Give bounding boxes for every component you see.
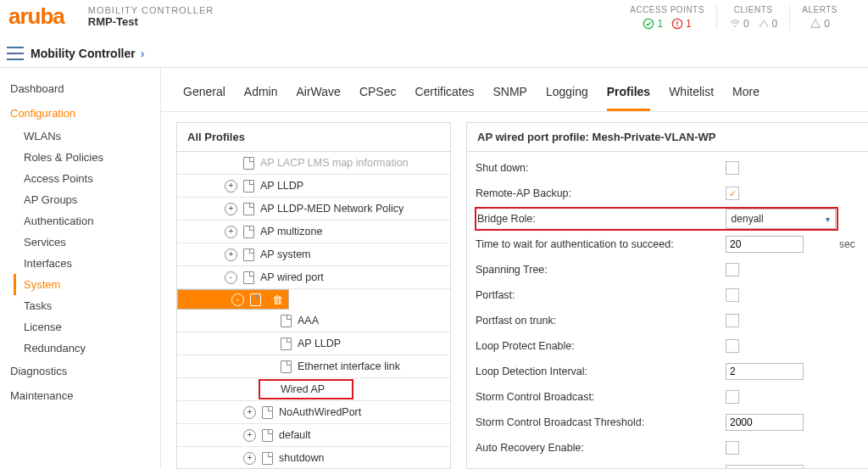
tab-logging[interactable]: Logging: [546, 80, 588, 111]
checkbox[interactable]: [726, 390, 739, 404]
tree-row-label: AP LLDP-MED Network Policy: [260, 203, 443, 215]
document-icon: [243, 157, 254, 170]
tree-row-label: default: [279, 429, 443, 441]
tab-profiles[interactable]: Profiles: [607, 80, 650, 111]
tree-row-aaa[interactable]: AAA: [177, 310, 450, 332]
tree-row-ap-lacp-lms-map-information[interactable]: AP LACP LMS map information: [177, 152, 450, 175]
svg-point-4: [734, 25, 736, 27]
sidebar-item-services[interactable]: Services: [0, 232, 160, 253]
tree-row-ap-wired-port[interactable]: -AP wired port: [177, 266, 450, 289]
text-input[interactable]: [726, 236, 804, 253]
tree-row-ap-lldp-med-network-policy[interactable]: +AP LLDP-MED Network Policy: [177, 198, 450, 221]
wifi-icon: [729, 18, 741, 30]
tree-row-label: AP wired port: [260, 271, 443, 283]
text-input[interactable]: [726, 363, 804, 380]
tree-row-ethernet-interface-link[interactable]: Ethernet interface link: [177, 355, 450, 378]
tree-row-label: Ethernet interface link: [298, 360, 443, 372]
tab-whitelist[interactable]: Whitelist: [669, 80, 714, 111]
document-icon: [243, 203, 254, 215]
form-control: [726, 390, 836, 404]
form-control: [726, 288, 836, 302]
checkbox[interactable]: [726, 314, 739, 327]
form-control: [726, 263, 836, 276]
tab-general[interactable]: General: [183, 80, 225, 111]
tree-row-mesh-private-vlan-wp[interactable]: -Mesh-Private-VLAN-WP🗑: [177, 289, 289, 310]
sidebar-item-interfaces[interactable]: Interfaces: [0, 253, 160, 274]
expand-icon[interactable]: +: [225, 203, 237, 215]
sidebar-item-dashboard[interactable]: Dashboard: [0, 76, 160, 101]
checkbox[interactable]: [726, 339, 739, 353]
tab-more[interactable]: More: [732, 80, 760, 111]
tree-row-label: AP LLDP: [298, 338, 443, 349]
expand-icon[interactable]: +: [243, 406, 256, 419]
breadcrumb[interactable]: Mobility Controller ›: [31, 47, 144, 60]
tab-certificates[interactable]: Certificates: [415, 80, 474, 111]
form-row: Bridge Role:denyall▾: [476, 206, 860, 232]
tab-admin[interactable]: Admin: [244, 80, 278, 111]
sidebar-item-wlans[interactable]: WLANs: [0, 126, 160, 147]
form-row: Storm Control Broadcast Threshold:: [476, 410, 860, 435]
sidebar-item-license[interactable]: License: [0, 316, 160, 338]
tree-row-ap-multizone[interactable]: +AP multizone: [177, 221, 450, 243]
sidebar-item-tasks[interactable]: Tasks: [0, 295, 160, 316]
breadcrumb-text: Mobility Controller: [31, 47, 136, 60]
tree-row-label: shutdown: [279, 452, 443, 464]
form-label: Loop Protect Enable:: [476, 340, 726, 352]
document-icon: [243, 226, 254, 238]
form-control: [726, 465, 836, 468]
status-access-points[interactable]: ACCESS POINTS 1 1: [618, 5, 716, 30]
text-input[interactable]: [726, 465, 804, 468]
text-input[interactable]: [726, 414, 804, 431]
checkbox[interactable]: [726, 288, 739, 302]
form-row: Portfast:: [476, 282, 860, 308]
document-icon: [262, 429, 273, 442]
clients-wired-count: 0: [772, 18, 778, 30]
sidebar-item-access-points[interactable]: Access Points: [0, 168, 160, 189]
form-control: [726, 363, 836, 380]
sidebar-item-authentication[interactable]: Authentication: [0, 210, 160, 232]
sidebar-item-ap-groups[interactable]: AP Groups: [0, 189, 160, 210]
sidebar-item-diagnostics[interactable]: Diagnostics: [0, 359, 160, 383]
tree-row-ap-lldp[interactable]: +AP LLDP: [177, 175, 450, 198]
tree-row-shutdown[interactable]: +shutdown: [177, 447, 450, 468]
sidebar-item-roles-policies[interactable]: Roles & Policies: [0, 147, 160, 168]
expand-icon[interactable]: +: [225, 248, 237, 261]
form-row: Storm Control Broadcast:: [476, 384, 860, 410]
expand-icon[interactable]: +: [225, 226, 237, 238]
form-row: Spanning Tree:: [476, 257, 860, 282]
form-control: [726, 161, 836, 175]
delete-icon[interactable]: 🗑: [272, 293, 283, 306]
status-clients[interactable]: CLIENTS 0 0: [716, 5, 789, 30]
select-dropdown[interactable]: denyall▾: [726, 209, 836, 229]
sidebar-item-redundancy[interactable]: Redundancy: [0, 338, 160, 359]
tree-row-wired-ap[interactable]: Wired AP: [177, 378, 450, 401]
tree-row-ap-system[interactable]: +AP system: [177, 243, 450, 266]
collapse-icon[interactable]: -: [231, 293, 244, 306]
checkbox[interactable]: [726, 263, 739, 276]
checkbox[interactable]: [726, 441, 739, 455]
expand-icon[interactable]: +: [243, 452, 256, 465]
tree-row-default[interactable]: +default: [177, 424, 450, 447]
tree-row-ap-lldp[interactable]: AP LLDP: [177, 332, 450, 355]
collapse-icon[interactable]: -: [225, 271, 237, 284]
tab-cpsec[interactable]: CPSec: [359, 80, 397, 111]
form-control: [726, 236, 836, 253]
sidebar-item-system[interactable]: System: [14, 274, 160, 295]
tree-row-label: AAA: [298, 315, 443, 327]
sidebar-item-maintenance[interactable]: Maintenance: [0, 383, 160, 408]
form-label: Auto Recovery Enable:: [476, 442, 726, 454]
document-icon: [262, 452, 273, 465]
status-alerts[interactable]: ALERTS 0: [789, 5, 849, 30]
sidebar-item-configuration[interactable]: Configuration: [0, 101, 160, 126]
checkbox[interactable]: ✓: [726, 187, 739, 200]
form-control: [726, 414, 836, 431]
expand-icon[interactable]: +: [243, 429, 256, 442]
tree-row-noauthwiredport[interactable]: +NoAuthWiredPort: [177, 401, 450, 424]
tab-snmp[interactable]: SNMP: [493, 80, 527, 111]
menu-toggle-icon[interactable]: [7, 47, 24, 60]
checkbox[interactable]: [726, 161, 739, 175]
tree-row-label: Wired AP: [281, 383, 443, 395]
tab-airwave[interactable]: AirWave: [297, 80, 341, 111]
form-label: Shut down:: [476, 162, 726, 174]
expand-icon[interactable]: +: [225, 180, 237, 193]
